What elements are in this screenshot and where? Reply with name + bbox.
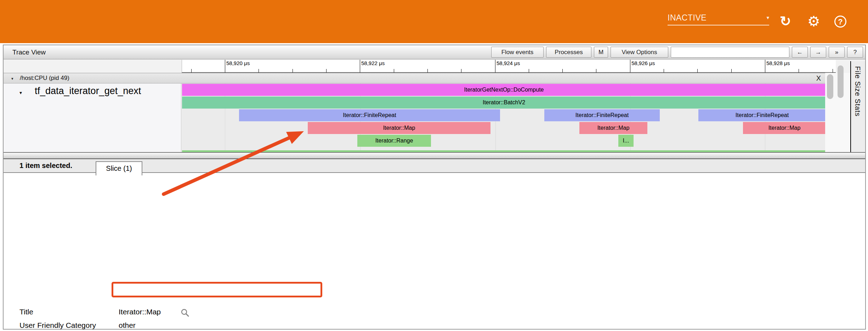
ruler-tick (529, 69, 529, 72)
detail-value: other (119, 321, 136, 330)
trace-slice[interactable]: Iterator::Range (357, 135, 431, 147)
ruler-tick (495, 60, 495, 72)
app: INACTIVE ▾ ↻ ⚙ ? Trace View Flow events … (0, 0, 868, 331)
ruler-tick (259, 69, 259, 72)
trace-slice[interactable]: Iterator::FiniteRepeat (544, 109, 660, 121)
ruler-tick (191, 69, 192, 72)
dropdown-caret-icon: ▾ (766, 14, 769, 21)
timeline-area: 58,920 μs58,922 μs58,924 μs58,926 μs58,9… (4, 60, 865, 152)
help-icon[interactable]: ? (834, 16, 846, 28)
slice-tab[interactable]: Slice (1) (96, 161, 142, 175)
search-input[interactable] (671, 47, 789, 58)
ruler-tick (427, 69, 428, 72)
process-label: /host:CPU (pid 49) (20, 73, 69, 83)
nav-right-button[interactable]: → (810, 47, 826, 58)
trace-slice[interactable]: Iterator::FiniteRepeat (239, 109, 500, 121)
toolbar-button-group: Flow events Processes M View Options ← →… (491, 47, 863, 58)
ruler-tick (326, 69, 327, 72)
status-label: INACTIVE (668, 13, 707, 23)
file-size-stats-label: File Size Stats (853, 66, 862, 117)
ruler-tick (630, 60, 630, 72)
nav-more-button[interactable]: » (829, 47, 845, 58)
toolbar-help-button[interactable]: ? (847, 47, 863, 58)
scrollbar-thumb[interactable] (827, 74, 833, 99)
ruler-tick (596, 69, 596, 72)
long-name-highlight-box (112, 282, 322, 297)
trace-slice[interactable]: Iterator::BatchV2 (182, 97, 826, 109)
trace-slice-selected[interactable]: Iterator::Map (308, 122, 490, 134)
trace-toolbar: Trace View Flow events Processes M View … (4, 45, 865, 59)
track-label-column: ▾ tf_data_iterator_get_next (4, 83, 181, 152)
ruler-tick (833, 69, 833, 72)
panel-splitter[interactable] (4, 152, 865, 159)
trace-slice[interactable]: Iterator::Map (579, 122, 647, 134)
ruler-tick (394, 69, 394, 72)
ruler-tick-label: 58,922 μs (361, 60, 385, 66)
status-dropdown[interactable]: INACTIVE ▾ (668, 11, 769, 25)
detail-value-title: Iterator::Map (119, 307, 161, 317)
slice-details-panel: Title Iterator::Map User Friendly Catego… (4, 173, 865, 329)
magnifier-icon[interactable] (181, 308, 190, 319)
flow-events-button[interactable]: Flow events (491, 47, 544, 58)
scrollbar-thumb[interactable] (838, 65, 844, 98)
detail-label: Title (19, 307, 33, 317)
nav-left-button[interactable]: ← (792, 47, 808, 58)
trace-slice[interactable]: Iterator::FiniteRepeat (698, 109, 826, 121)
trace-slice[interactable]: I... (618, 135, 634, 147)
settings-gear-icon[interactable]: ⚙ (806, 13, 822, 30)
ruler-tick (562, 69, 563, 72)
panel-title: Trace View (12, 45, 46, 59)
ruler-tick-label: 58,926 μs (631, 60, 655, 66)
ruler-tick-label: 58,924 μs (497, 60, 520, 66)
header-bar: INACTIVE ▾ ↻ ⚙ ? (0, 0, 868, 43)
selection-status: 1 item selected. (19, 159, 72, 172)
ruler-tick (225, 60, 225, 72)
ruler-tick (360, 60, 360, 72)
ruler-tick-label: 58,920 μs (226, 60, 250, 66)
refresh-icon[interactable]: ↻ (778, 13, 793, 30)
trace-slice[interactable]: IteratorGetNextOp::DoCompute (182, 84, 826, 96)
process-header-row[interactable]: ▾ /host:CPU (pid 49) X (4, 73, 825, 83)
close-button[interactable]: X (815, 73, 822, 83)
ruler-tick (765, 60, 765, 72)
detail-label: User Friendly Category (19, 321, 96, 330)
collapse-triangle-icon[interactable]: ▾ (19, 90, 22, 95)
ruler-tick (697, 69, 698, 72)
ruler-tick (664, 69, 664, 72)
ruler-tick (799, 69, 799, 72)
metrics-button[interactable]: M (594, 47, 608, 58)
ruler-tick-label: 58,928 μs (766, 60, 790, 66)
ruler-tick (731, 69, 732, 72)
view-options-button[interactable]: View Options (611, 47, 668, 58)
processes-button[interactable]: Processes (546, 47, 591, 58)
trace-slice[interactable]: Iterator::Map (743, 122, 826, 134)
file-size-stats-tab[interactable]: File Size Stats (851, 61, 865, 152)
trace-view-panel: Trace View Flow events Processes M View … (3, 45, 866, 330)
thread-label: tf_data_iterator_get_next (35, 86, 141, 97)
ruler-tick (293, 69, 293, 72)
collapse-triangle-icon[interactable]: ▾ (11, 76, 13, 81)
ruler-tick (461, 69, 461, 72)
